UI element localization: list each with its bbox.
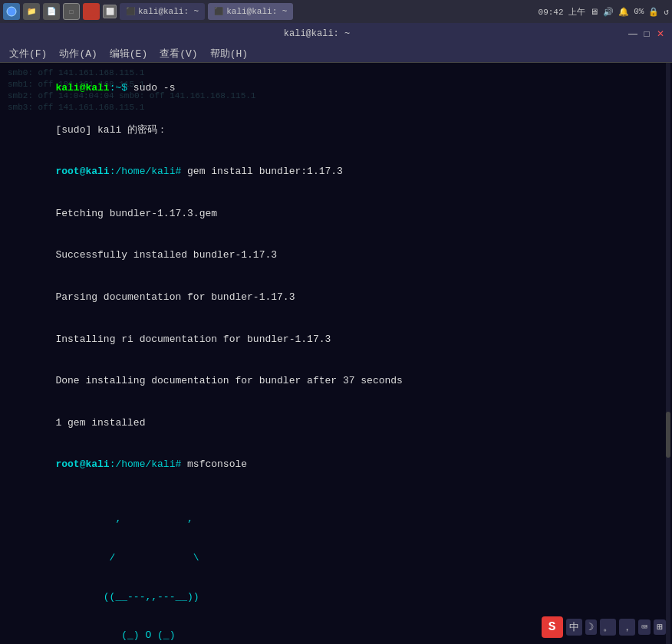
scrollbar-thumb[interactable] — [666, 412, 670, 458]
msf-logo-line4: ((__---,,---__)) — [8, 578, 664, 617]
menu-edit[interactable]: 编辑(E) — [104, 45, 153, 62]
taskbar-icon-folder[interactable]: 📁 — [23, 3, 40, 20]
taskbar-icon-kali2[interactable] — [83, 3, 100, 20]
svg-point-0 — [7, 7, 16, 16]
window-controls: — □ ✕ — [628, 28, 666, 39]
menu-help[interactable]: 帮助(H) — [204, 45, 254, 62]
msf-logo-line5: (_) O (_) — [8, 617, 664, 644]
msf-logo-line1 — [8, 488, 664, 501]
line-gem-installed: 1 gem installed — [8, 402, 664, 445]
taskbar-time: 09:42 上午 🖥 🔊 🔔 0% 🔒 ↺ — [539, 6, 669, 18]
taskbar-tab-2[interactable]: ⬛ kali@kali: ~ — [208, 3, 293, 20]
minimize-button[interactable]: — — [628, 28, 638, 39]
close-button[interactable]: ✕ — [655, 28, 666, 39]
scrollbar[interactable] — [666, 63, 670, 644]
line-parsing-doc: Parsing documentation for bundler-1.17.3 — [8, 277, 664, 319]
taskbar-icon-browser[interactable]: ⬜ — [103, 5, 117, 18]
line-msfconsole-cmd: root@kali:/home/kali# msfconsole — [8, 444, 664, 486]
taskbar: 📁 📄 □ ⬜ ⬛ kali@kali: ~ ⬛ kali@kali: ~ 09… — [0, 0, 672, 23]
line-gem-cmd: root@kali:/home/kali# gem install bundle… — [8, 151, 664, 193]
line-fetching: Fetching bundler-1.17.3.gem — [8, 193, 664, 235]
line-success-install: Successfully installed bundler-1.17.3 — [8, 235, 664, 277]
window-title: kali@kali: ~ — [6, 28, 628, 39]
msf-logo-line2: , , — [8, 501, 664, 540]
taskbar-icon-kali[interactable] — [3, 3, 20, 20]
taskbar-tab-1[interactable]: ⬛ kali@kali: ~ — [120, 3, 205, 20]
line-sudo-password: [sudo] kali 的密码： — [8, 110, 664, 152]
maximize-button[interactable]: □ — [641, 28, 652, 39]
taskbar-icon-file[interactable]: 📄 — [43, 3, 60, 20]
line-sudo-cmd: kali@kali:~$ sudo -s — [8, 67, 664, 110]
taskbar-icon-square1[interactable]: □ — [63, 3, 80, 20]
terminal-window: kali@kali: ~ — □ ✕ 文件(F) 动作(A) 编辑(E) 查看(… — [0, 23, 672, 644]
terminal-body[interactable]: smb0: off 141.161.168.115.1 smb1: off 18… — [0, 63, 672, 644]
line-done-installing: Done installing documentation for bundle… — [8, 360, 664, 402]
line-installing-ri: Installing ri documentation for bundler-… — [8, 318, 664, 360]
menu-view[interactable]: 查看(V) — [153, 45, 203, 62]
msf-logo-line3: / \ — [8, 539, 664, 578]
svg-point-1 — [87, 7, 96, 16]
menubar: 文件(F) 动作(A) 编辑(E) 查看(V) 帮助(H) — [0, 44, 672, 63]
window-titlebar: kali@kali: ~ — □ ✕ — [0, 23, 672, 44]
menu-file[interactable]: 文件(F) — [3, 45, 53, 62]
menu-action[interactable]: 动作(A) — [53, 45, 103, 62]
